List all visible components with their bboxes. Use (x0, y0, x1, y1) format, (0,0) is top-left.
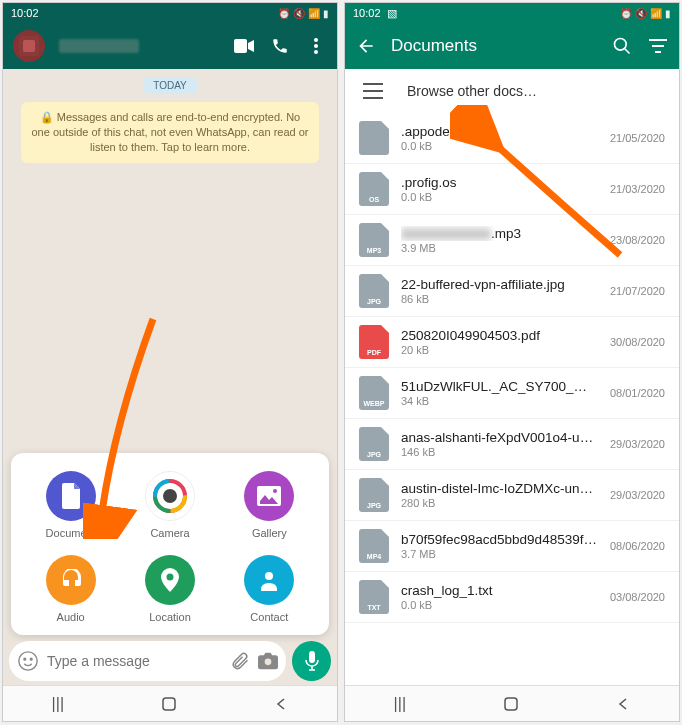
status-bar: 10:02 ▧ ⏰🔇📶▮ (345, 3, 679, 23)
svg-point-12 (273, 489, 277, 493)
attach-gallery-label: Gallery (252, 527, 287, 539)
file-size: 3.7 MB (401, 548, 598, 560)
file-size: 0.0 kB (401, 191, 598, 203)
file-row[interactable]: JPGanas-alshanti-feXpdV001o4-unsplash.j…… (345, 419, 679, 470)
file-row[interactable]: PDF250820I049904503.pdf20 kB30/08/2020 (345, 317, 679, 368)
file-date: 21/05/2020 (610, 132, 665, 144)
attachment-panel: Document Camera Gallery Audio (11, 453, 329, 635)
file-type-icon: OS (359, 172, 389, 206)
file-name: 250820I049904503.pdf (401, 328, 598, 343)
svg-rect-1 (23, 40, 35, 52)
voice-call-icon[interactable] (269, 37, 291, 55)
file-date: 21/07/2020 (610, 285, 665, 297)
nav-home[interactable] (161, 696, 177, 712)
file-name: anas-alshanti-feXpdV001o4-unsplash.j… (401, 430, 598, 445)
svg-rect-2 (234, 39, 247, 53)
status-icons: ⏰🔇📶▮ (278, 8, 329, 19)
attach-audio[interactable]: Audio (21, 555, 120, 623)
nav-home[interactable] (503, 696, 519, 712)
video-call-icon[interactable] (233, 39, 255, 53)
file-name: .appodeal (401, 124, 598, 139)
attach-location-label: Location (149, 611, 191, 623)
file-row[interactable]: .appodeal0.0 kB21/05/2020 (345, 113, 679, 164)
svg-point-21 (615, 39, 627, 51)
file-row[interactable]: OS.profig.os0.0 kB21/03/2020 (345, 164, 679, 215)
svg-rect-27 (363, 97, 383, 99)
file-name: .profig.os (401, 175, 598, 190)
attach-audio-label: Audio (57, 611, 85, 623)
svg-rect-26 (363, 90, 383, 92)
svg-point-17 (30, 658, 32, 660)
file-row[interactable]: MP4b70f59fec98acd5bbd9d48539f8720de…3.7 … (345, 521, 679, 572)
file-row[interactable]: WEBP51uDzWlkFUL._AC_SY700_ML1_FMwe…34 kB… (345, 368, 679, 419)
nav-back[interactable] (616, 697, 630, 711)
svg-point-15 (19, 652, 37, 670)
attach-gallery[interactable]: Gallery (220, 471, 319, 539)
svg-point-14 (265, 572, 273, 580)
file-row[interactable]: MP3.mp33.9 MB23/08/2020 (345, 215, 679, 266)
docs-title: Documents (391, 36, 477, 56)
status-time: 10:02 (11, 7, 39, 19)
message-input[interactable] (47, 653, 222, 669)
browse-label: Browse other docs… (407, 83, 537, 99)
attach-document[interactable]: Document (21, 471, 120, 539)
search-icon[interactable] (611, 36, 633, 56)
file-type-icon: TXT (359, 580, 389, 614)
contact-avatar[interactable] (13, 30, 45, 62)
svg-point-10 (163, 489, 177, 503)
file-name: .mp3 (401, 226, 598, 241)
file-size: 3.9 MB (401, 242, 598, 254)
mic-button[interactable] (292, 641, 331, 681)
file-size: 20 kB (401, 344, 598, 356)
file-name: austin-distel-Imc-IoZDMXc-unsplash.jpg (401, 481, 598, 496)
android-navbar: ||| (345, 685, 679, 721)
file-row[interactable]: JPG22-buffered-vpn-affiliate.jpg86 kB21/… (345, 266, 679, 317)
attach-location[interactable]: Location (120, 555, 219, 623)
file-type-icon: WEBP (359, 376, 389, 410)
status-bar: 10:02 ⏰🔇📶▮ (3, 3, 337, 23)
svg-rect-23 (652, 45, 664, 47)
docs-header: Documents (345, 23, 679, 69)
list-icon (363, 83, 383, 99)
status-icons: ⏰🔇📶▮ (620, 8, 671, 19)
file-type-icon: JPG (359, 274, 389, 308)
more-menu-icon[interactable] (305, 38, 327, 54)
browse-other-docs[interactable]: Browse other docs… (345, 69, 679, 113)
file-date: 29/03/2020 (610, 438, 665, 450)
attach-icon[interactable] (230, 651, 250, 671)
file-row[interactable]: TXTcrash_log_1.txt0.0 kB03/08/2020 (345, 572, 679, 623)
svg-rect-25 (363, 83, 383, 85)
file-name: crash_log_1.txt (401, 583, 598, 598)
nav-back[interactable] (274, 697, 288, 711)
back-icon[interactable] (355, 36, 377, 56)
file-size: 86 kB (401, 293, 598, 305)
file-date: 23/08/2020 (610, 234, 665, 246)
contact-name-redacted (59, 39, 139, 53)
attach-camera[interactable]: Camera (120, 471, 219, 539)
file-date: 21/03/2020 (610, 183, 665, 195)
message-input-row (9, 641, 331, 681)
android-navbar: ||| (3, 685, 337, 721)
file-type-icon: JPG (359, 478, 389, 512)
file-size: 146 kB (401, 446, 598, 458)
docs-body: Browse other docs… .appodeal0.0 kB21/05/… (345, 69, 679, 685)
file-date: 08/06/2020 (610, 540, 665, 552)
file-date: 29/03/2020 (610, 489, 665, 501)
file-row[interactable]: JPGaustin-distel-Imc-IoZDMXc-unsplash.jp… (345, 470, 679, 521)
chat-body: TODAY 🔒 Messages and calls are end-to-en… (3, 69, 337, 685)
attach-contact[interactable]: Contact (220, 555, 319, 623)
emoji-icon[interactable] (17, 650, 39, 672)
message-input-pill[interactable] (9, 641, 286, 681)
date-pill: TODAY (143, 77, 197, 94)
file-size: 0.0 kB (401, 599, 598, 611)
attach-contact-label: Contact (250, 611, 288, 623)
camera-icon[interactable] (258, 652, 278, 670)
nav-recents[interactable]: ||| (394, 695, 406, 713)
encryption-banner[interactable]: 🔒 Messages and calls are end-to-end encr… (21, 102, 320, 163)
file-date: 30/08/2020 (610, 336, 665, 348)
status-time: 10:02 (353, 7, 381, 19)
svg-point-13 (166, 574, 173, 581)
filter-icon[interactable] (647, 39, 669, 53)
file-size: 0.0 kB (401, 140, 598, 152)
nav-recents[interactable]: ||| (52, 695, 64, 713)
